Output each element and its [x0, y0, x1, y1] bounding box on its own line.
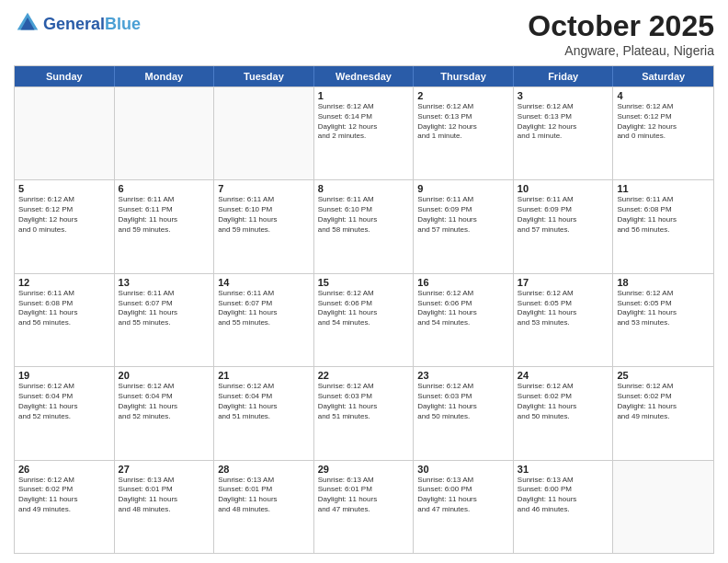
day-number: 14 [218, 277, 310, 288]
cal-cell: 2Sunrise: 6:12 AM Sunset: 6:13 PM Daylig… [414, 87, 514, 179]
cal-cell: 13Sunrise: 6:11 AM Sunset: 6:07 PM Dayli… [115, 274, 215, 366]
day-number: 20 [119, 370, 210, 381]
cal-week-3: 12Sunrise: 6:11 AM Sunset: 6:08 PM Dayli… [15, 273, 713, 366]
cal-cell: 5Sunrise: 6:12 AM Sunset: 6:12 PM Daylig… [15, 180, 115, 272]
cal-cell: 10Sunrise: 6:11 AM Sunset: 6:09 PM Dayli… [514, 180, 614, 272]
location-subtitle: Angware, Plateau, Nigeria [528, 43, 714, 58]
cell-text: Sunrise: 6:12 AM Sunset: 6:06 PM Dayligh… [318, 289, 410, 328]
cell-text: Sunrise: 6:12 AM Sunset: 6:02 PM Dayligh… [18, 476, 110, 515]
cell-text: Sunrise: 6:11 AM Sunset: 6:07 PM Dayligh… [119, 289, 210, 328]
day-number: 17 [518, 277, 609, 288]
cal-week-4: 19Sunrise: 6:12 AM Sunset: 6:04 PM Dayli… [15, 366, 713, 459]
day-number: 27 [119, 464, 210, 475]
cell-text: Sunrise: 6:13 AM Sunset: 6:01 PM Dayligh… [218, 476, 310, 515]
day-number: 11 [617, 183, 710, 194]
cal-cell: 26Sunrise: 6:12 AM Sunset: 6:02 PM Dayli… [15, 461, 115, 553]
cal-cell: 14Sunrise: 6:11 AM Sunset: 6:07 PM Dayli… [214, 274, 314, 366]
cell-text: Sunrise: 6:12 AM Sunset: 6:12 PM Dayligh… [617, 102, 710, 142]
title-block: October 2025 Angware, Plateau, Nigeria [528, 9, 714, 58]
page: GeneralBlue October 2025 Angware, Platea… [0, 0, 728, 563]
cal-cell: 29Sunrise: 6:13 AM Sunset: 6:01 PM Dayli… [314, 461, 415, 553]
cell-text: Sunrise: 6:12 AM Sunset: 6:04 PM Dayligh… [218, 382, 310, 421]
logo: GeneralBlue [14, 13, 141, 37]
day-number: 21 [218, 370, 310, 381]
cell-text: Sunrise: 6:12 AM Sunset: 6:14 PM Dayligh… [318, 102, 410, 142]
calendar-header-row: SundayMondayTuesdayWednesdayThursdayFrid… [15, 66, 713, 86]
cell-text: Sunrise: 6:13 AM Sunset: 6:00 PM Dayligh… [518, 476, 609, 515]
cell-text: Sunrise: 6:12 AM Sunset: 6:02 PM Dayligh… [518, 382, 609, 421]
cell-text: Sunrise: 6:12 AM Sunset: 6:02 PM Dayligh… [617, 382, 710, 421]
day-number: 26 [18, 464, 110, 475]
cal-cell: 12Sunrise: 6:11 AM Sunset: 6:08 PM Dayli… [15, 274, 115, 366]
day-number: 29 [318, 464, 410, 475]
day-number: 18 [617, 277, 710, 288]
day-number: 22 [318, 370, 410, 381]
day-number: 28 [218, 464, 310, 475]
cal-cell: 6Sunrise: 6:11 AM Sunset: 6:11 PM Daylig… [115, 180, 215, 272]
cal-cell: 24Sunrise: 6:12 AM Sunset: 6:02 PM Dayli… [514, 367, 614, 459]
cal-header-sunday: Sunday [15, 66, 115, 86]
day-number: 8 [318, 183, 410, 194]
cal-cell: 27Sunrise: 6:13 AM Sunset: 6:01 PM Dayli… [115, 461, 215, 553]
cal-cell [115, 87, 215, 179]
cal-cell: 31Sunrise: 6:13 AM Sunset: 6:00 PM Dayli… [514, 461, 614, 553]
cell-text: Sunrise: 6:12 AM Sunset: 6:04 PM Dayligh… [18, 382, 110, 421]
cell-text: Sunrise: 6:11 AM Sunset: 6:08 PM Dayligh… [18, 289, 110, 328]
day-number: 7 [218, 183, 310, 194]
cal-cell [613, 461, 713, 553]
cal-cell: 23Sunrise: 6:12 AM Sunset: 6:03 PM Dayli… [414, 367, 514, 459]
day-number: 6 [119, 183, 210, 194]
cal-cell: 15Sunrise: 6:12 AM Sunset: 6:06 PM Dayli… [314, 274, 415, 366]
cal-cell: 20Sunrise: 6:12 AM Sunset: 6:04 PM Dayli… [115, 367, 215, 459]
calendar-body: 1Sunrise: 6:12 AM Sunset: 6:14 PM Daylig… [15, 86, 713, 553]
cal-header-thursday: Thursday [414, 66, 514, 86]
cal-week-2: 5Sunrise: 6:12 AM Sunset: 6:12 PM Daylig… [15, 179, 713, 272]
cell-text: Sunrise: 6:12 AM Sunset: 6:05 PM Dayligh… [617, 289, 710, 328]
cell-text: Sunrise: 6:11 AM Sunset: 6:09 PM Dayligh… [417, 195, 509, 235]
cal-cell: 25Sunrise: 6:12 AM Sunset: 6:02 PM Dayli… [613, 367, 713, 459]
day-number: 2 [417, 90, 509, 101]
day-number: 12 [18, 277, 110, 288]
day-number: 9 [417, 183, 509, 194]
logo-icon [14, 9, 41, 37]
cell-text: Sunrise: 6:11 AM Sunset: 6:09 PM Dayligh… [518, 195, 609, 235]
day-number: 16 [417, 277, 509, 288]
month-title: October 2025 [528, 9, 714, 43]
cell-text: Sunrise: 6:12 AM Sunset: 6:13 PM Dayligh… [417, 102, 509, 142]
day-number: 3 [518, 90, 609, 101]
cell-text: Sunrise: 6:11 AM Sunset: 6:08 PM Dayligh… [617, 195, 710, 235]
cal-cell: 18Sunrise: 6:12 AM Sunset: 6:05 PM Dayli… [613, 274, 713, 366]
cell-text: Sunrise: 6:11 AM Sunset: 6:10 PM Dayligh… [218, 195, 310, 235]
cell-text: Sunrise: 6:12 AM Sunset: 6:03 PM Dayligh… [318, 382, 410, 421]
cell-text: Sunrise: 6:11 AM Sunset: 6:10 PM Dayligh… [318, 195, 410, 235]
day-number: 31 [518, 464, 609, 475]
day-number: 30 [417, 464, 509, 475]
day-number: 13 [119, 277, 210, 288]
cal-cell: 19Sunrise: 6:12 AM Sunset: 6:04 PM Dayli… [15, 367, 115, 459]
cell-text: Sunrise: 6:12 AM Sunset: 6:03 PM Dayligh… [417, 382, 509, 421]
cell-text: Sunrise: 6:11 AM Sunset: 6:11 PM Dayligh… [119, 195, 210, 235]
cal-cell: 4Sunrise: 6:12 AM Sunset: 6:12 PM Daylig… [613, 87, 713, 179]
cal-cell: 7Sunrise: 6:11 AM Sunset: 6:10 PM Daylig… [214, 180, 314, 272]
cal-cell: 17Sunrise: 6:12 AM Sunset: 6:05 PM Dayli… [514, 274, 614, 366]
cal-cell: 8Sunrise: 6:11 AM Sunset: 6:10 PM Daylig… [314, 180, 415, 272]
day-number: 24 [518, 370, 609, 381]
day-number: 19 [18, 370, 110, 381]
cell-text: Sunrise: 6:12 AM Sunset: 6:06 PM Dayligh… [417, 289, 509, 328]
cal-cell: 22Sunrise: 6:12 AM Sunset: 6:03 PM Dayli… [314, 367, 415, 459]
cal-week-1: 1Sunrise: 6:12 AM Sunset: 6:14 PM Daylig… [15, 86, 713, 179]
day-number: 4 [617, 90, 710, 101]
logo-text: GeneralBlue [43, 16, 141, 34]
cal-cell: 3Sunrise: 6:12 AM Sunset: 6:13 PM Daylig… [514, 87, 614, 179]
cal-cell: 21Sunrise: 6:12 AM Sunset: 6:04 PM Dayli… [214, 367, 314, 459]
cal-cell: 28Sunrise: 6:13 AM Sunset: 6:01 PM Dayli… [214, 461, 314, 553]
cell-text: Sunrise: 6:13 AM Sunset: 6:01 PM Dayligh… [318, 476, 410, 515]
calendar: SundayMondayTuesdayWednesdayThursdayFrid… [14, 65, 714, 554]
cell-text: Sunrise: 6:12 AM Sunset: 6:04 PM Dayligh… [119, 382, 210, 421]
cal-cell [214, 87, 314, 179]
cell-text: Sunrise: 6:13 AM Sunset: 6:00 PM Dayligh… [417, 476, 509, 515]
cal-header-saturday: Saturday [613, 66, 713, 86]
cell-text: Sunrise: 6:12 AM Sunset: 6:12 PM Dayligh… [18, 195, 110, 235]
day-number: 1 [318, 90, 410, 101]
day-number: 5 [18, 183, 110, 194]
